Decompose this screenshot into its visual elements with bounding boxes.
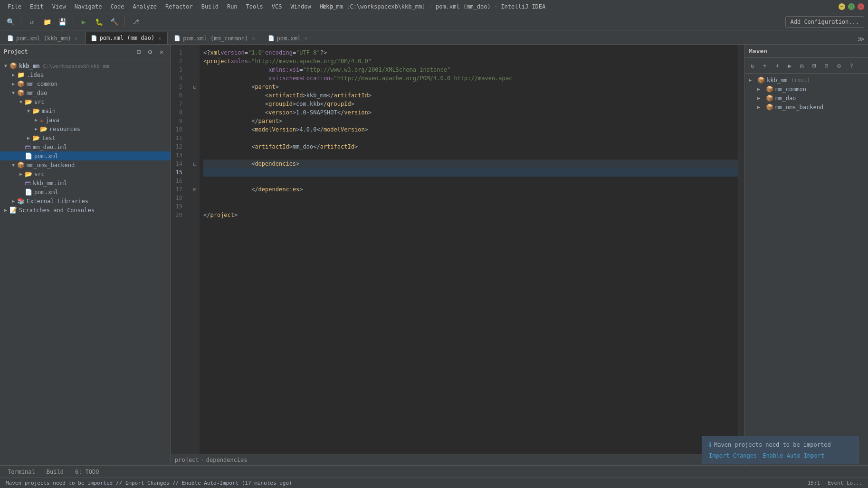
maven-download-btn[interactable]: ⬇ [772,60,783,71]
status-position[interactable]: 15:1 [806,479,822,487]
project-tree: ▼ 📦 kkb_mm C:\workspacexb\kkb_mm ▶ 📁 .id… [0,59,171,465]
tree-item-idea[interactable]: ▶ 📁 .idea [0,70,171,79]
bottom-tab-terminal[interactable]: Terminal [4,468,39,476]
menu-edit[interactable]: Edit [26,2,48,11]
sidebar-collapse-all-btn[interactable]: ⊟ [134,47,144,57]
tree-item-mm-dao-iml[interactable]: ▶ 🗃 mm_dao.iml [0,142,171,151]
menu-run[interactable]: Run [223,2,241,11]
tree-item-mm-dao[interactable]: ▼ 📦 mm_dao [0,88,171,97]
tree-label-java: java [46,117,59,123]
gutter-5: ⊟ [190,83,200,91]
tree-label-test: test [42,135,56,141]
tree-item-main[interactable]: ▼ 📂 main [0,106,171,115]
extlibs-icon: 📚 [17,197,25,205]
save-btn[interactable]: 💾 [56,15,69,28]
maven-profiles-btn[interactable]: ⊞ [809,60,820,71]
tab-pom-common[interactable]: 📄 pom.xml (mm_common) ✕ [169,32,261,44]
editor-scrollbar[interactable] [738,45,744,454]
run-btn[interactable]: ▶ [77,15,90,28]
maven-help-btn[interactable]: ? [846,60,857,71]
tree-item-mm-common[interactable]: ▶ 📦 mm_common [0,79,171,88]
tree-item-pom-xml-root[interactable]: ▶ 📄 pom.xml [0,188,171,197]
menu-build[interactable]: Build [198,2,222,11]
search-everywhere-btn[interactable]: 🔍 [4,15,17,28]
debug-btn[interactable]: 🐛 [92,15,105,28]
git-btn[interactable]: ⎇ [129,15,142,28]
maven-settings-btn[interactable]: ⚙ [833,60,845,71]
open-btn[interactable]: 📁 [40,15,54,28]
code-line-9: </parent> [203,117,744,125]
menu-code[interactable]: Code [107,2,128,11]
code-area[interactable]: <?xml version="1.0" encoding="UTF-8"?> <… [200,45,744,454]
menu-file[interactable]: File [4,2,25,11]
line-num-3: 3 [171,66,186,74]
menu-view[interactable]: View [48,2,70,11]
bottom-tab-build[interactable]: Build [43,468,67,476]
tree-item-resources[interactable]: ▶ 📂 resources [0,124,171,133]
maximize-button[interactable]: □ [848,3,855,10]
tree-item-java[interactable]: ▶ ☕ java [0,115,171,124]
tab-pom-kkb[interactable]: 📄 pom.xml (kkb_mm) ✕ [2,32,85,44]
maven-add-btn[interactable]: + [759,60,771,71]
line-num-10: 10 [171,125,186,134]
tree-item-test[interactable]: ▶ 📂 test [0,133,171,142]
breadcrumb-dependencies[interactable]: dependencies [206,457,248,463]
notification-auto-import-link[interactable]: Enable Auto-Import [763,452,824,459]
breadcrumb-project[interactable]: project [175,457,199,463]
status-message[interactable]: Maven projects need to be imported // Im… [4,479,294,487]
maven-item-oms[interactable]: ▶ 📦 mm_oms_backend [745,103,868,112]
close-button[interactable]: ✕ [858,3,864,10]
breadcrumb-sep-1: › [201,457,204,463]
build-btn[interactable]: 🔨 [107,15,121,28]
line-numbers: 1 2 3 4 5 6 7 8 9 10 11 12 13 14 15 16 1… [171,45,190,454]
tab-close-plain[interactable]: ✕ [303,35,309,41]
tree-item-kkb-iml[interactable]: ▶ 🗃 kkb_mm.iml [0,178,171,188]
menu-window[interactable]: Window [286,2,315,11]
minimize-button[interactable]: ─ [839,3,845,10]
maven-item-common[interactable]: ▶ 📦 mm_common [745,84,868,94]
menu-analyze[interactable]: Analyze [129,2,161,11]
tab-close-dao[interactable]: ✕ [157,35,162,41]
tree-item-mm-oms[interactable]: ▼ 📦 mm_oms_backend [0,160,171,169]
maven-toggle-btn[interactable]: m [796,60,808,71]
status-bar: Maven projects need to be imported // Im… [0,478,868,488]
sidebar-close-btn[interactable]: ✕ [156,47,167,57]
code-line-1: <?xml version="1.0" encoding="UTF-8"?> [203,48,744,57]
maven-refresh-btn[interactable]: ↻ [747,60,758,71]
tab-label-common: pom.xml (mm_common) [183,35,248,42]
tree-item-pom-xml-dao[interactable]: ▶ 📄 pom.xml [0,151,171,160]
tab-close-kkb[interactable]: ✕ [74,35,79,41]
src-folder-icon: 📂 [25,98,32,105]
tab-close-common[interactable]: ✕ [251,35,257,41]
tree-item-src[interactable]: ▼ 📂 src [0,97,171,106]
add-configuration-button[interactable]: Add Configuration... [785,16,865,28]
tab-pom[interactable]: 📄 pom.xml ✕ [263,32,315,44]
status-event-log[interactable]: Event Lo... [826,479,864,487]
maven-run-btn[interactable]: ▶ [784,60,795,71]
tree-item-scratches[interactable]: ▶ 📝 Scratches and Consoles [0,206,171,215]
editor-content[interactable]: 1 2 3 4 5 6 7 8 9 10 11 12 13 14 15 16 1… [171,45,744,454]
tab-overflow-btn[interactable]: ≫ [856,34,866,44]
bottom-tab-todo[interactable]: 6: TODO [71,468,103,476]
title-bar: File Edit View Navigate Code Analyze Ref… [0,0,868,13]
notification-import-link[interactable]: Import Changes [709,452,757,459]
tree-item-kkb-mm[interactable]: ▼ 📦 kkb_mm C:\workspacexb\kkb_mm [0,61,171,70]
gutter-16 [190,177,200,185]
tree-item-external-libs[interactable]: ▶ 📚 External Libraries [0,197,171,206]
menu-vcs[interactable]: VCS [268,2,286,11]
tree-label-src: src [34,99,45,105]
tree-item-oms-src[interactable]: ▶ 📂 src [0,169,171,178]
xml-icon-root: 📄 [25,188,32,196]
tree-arrow-java: ▶ [32,117,40,122]
menu-tools[interactable]: Tools [242,2,267,11]
line-num-12: 12 [171,142,186,151]
sidebar-settings-btn[interactable]: ⚙ [145,47,155,57]
tab-pom-dao[interactable]: 📄 pom.xml (mm_dao) ✕ [86,32,168,44]
maven-collapse-btn[interactable]: ⊟ [821,60,832,71]
maven-item-dao[interactable]: ▶ 📦 mm_dao [745,94,868,103]
menu-refactor[interactable]: Refactor [162,2,197,11]
code-line-18 [203,194,744,202]
maven-item-kkb[interactable]: ▶ 📦 kkb_mm (root) [745,75,868,84]
sync-btn[interactable]: ↺ [25,15,38,28]
menu-navigate[interactable]: Navigate [71,2,106,11]
